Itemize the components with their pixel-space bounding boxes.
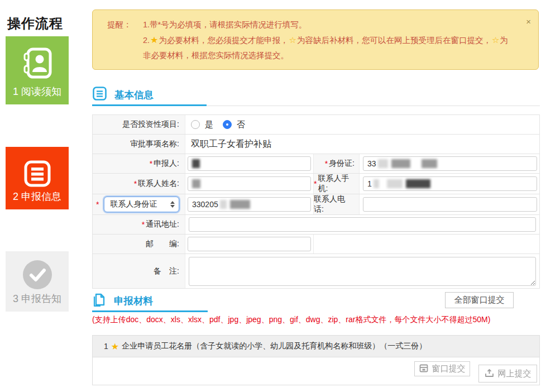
radio-yes-label: 是	[205, 119, 213, 130]
contact-id-input[interactable]: 330205	[188, 197, 311, 212]
section-underline	[92, 104, 207, 106]
field-label: 通讯地址:	[146, 219, 179, 230]
contact-name-input[interactable]	[188, 176, 311, 191]
online-submit-button[interactable]: 网上提交	[478, 365, 537, 383]
step-declare-notify[interactable]: 3 申报告知	[6, 251, 69, 312]
radio-yes[interactable]	[191, 120, 200, 129]
material-index: 1	[104, 342, 108, 351]
basic-info-form: 是否投资性项目: 是 否 审批事项名称: 双职工子女看护补贴 *申报人: *身份…	[92, 114, 540, 289]
window-submit-button[interactable]: 窗口提交	[414, 361, 470, 376]
document-lines-icon	[6, 158, 69, 189]
row-contact-id-phone: * 联系人身份证 330205 联系人电话:	[93, 194, 539, 215]
section-title: 申报材料	[114, 294, 153, 308]
redacted-value	[406, 179, 430, 188]
field-label: 身份证:	[329, 159, 355, 169]
radio-no[interactable]	[223, 120, 232, 129]
star-filled-icon: ★	[150, 35, 159, 45]
radio-no-label: 否	[237, 119, 245, 130]
contact-phone-input[interactable]	[363, 197, 537, 212]
id-card-input[interactable]: 33	[363, 156, 537, 171]
materials-icon	[92, 292, 107, 310]
row-address: *通讯地址:	[93, 215, 539, 235]
redacted-value	[192, 159, 200, 168]
redacted-value	[378, 159, 388, 168]
materials-list: 1 ★ 企业申请员工花名册（含子女就读的小学、幼儿园及托育机构名称和班级）（一式…	[92, 335, 540, 385]
section-underline	[92, 310, 208, 312]
applicant-input[interactable]	[188, 156, 311, 171]
page-title: 操作流程	[7, 15, 63, 32]
row-item-name: 审批事项名称: 双职工子女看护补贴	[93, 135, 539, 154]
reminder-label: 提醒：	[107, 17, 143, 63]
window-icon	[419, 364, 428, 374]
section-materials-header: 申报材料	[92, 291, 153, 310]
basic-info-icon	[92, 86, 107, 104]
submit-all-window-button[interactable]: 全部窗口提交	[445, 292, 514, 308]
step-label: 1 阅读须知	[6, 85, 69, 98]
row-remark: 备 注:	[93, 254, 539, 289]
reminder-line-1: 1.带*号为必填项，请根据实际情况进行填写。	[143, 17, 516, 32]
star-empty-icon: ☆	[491, 35, 500, 45]
field-label: 备 注:	[154, 266, 179, 276]
contact-id-type-select[interactable]: 联系人身份证	[104, 197, 179, 212]
step-label: 2 申报信息	[6, 190, 69, 203]
redacted-value	[220, 200, 227, 209]
field-label: 邮 编:	[146, 239, 179, 249]
address-book-icon	[6, 47, 69, 79]
material-actions: 窗口提交 网上提交	[93, 357, 539, 385]
zip-input[interactable]	[188, 237, 311, 251]
step-label: 3 申报告知	[6, 292, 69, 305]
section-basic-info-header: 基本信息	[92, 85, 154, 105]
redacted-value	[422, 159, 437, 168]
field-label: 联系人姓名:	[138, 179, 179, 189]
upload-icon	[485, 369, 494, 379]
star-empty-icon: ☆	[288, 35, 296, 45]
address-input[interactable]	[189, 217, 536, 232]
field-label: 联系人电话:	[314, 194, 355, 214]
row-contact-name-mobile: *联系人姓名: *联系人手机: 1	[93, 174, 539, 194]
chevron-updown-icon	[170, 201, 175, 208]
field-label: 审批事项名称:	[130, 139, 179, 149]
field-label: 申报人:	[154, 159, 179, 169]
section-title: 基本信息	[114, 88, 154, 102]
redacted-value	[230, 200, 250, 209]
redacted-value	[374, 179, 379, 188]
row-invest-project: 是否投资性项目: 是 否	[93, 115, 539, 135]
field-label: 是否投资性项目:	[122, 119, 179, 130]
close-icon[interactable]: ×	[526, 14, 531, 29]
redacted-value	[391, 159, 410, 168]
material-name: 企业申请员工花名册（含子女就读的小学、幼儿园及托育机构名称和班级）（一式三份）	[122, 341, 427, 351]
star-filled-icon: ★	[111, 341, 119, 352]
item-name-value: 双职工子女看护补贴	[191, 138, 271, 150]
select-value: 联系人身份证	[110, 199, 157, 209]
redacted-value	[387, 179, 403, 188]
redacted-value	[192, 179, 200, 188]
row-applicant-idcard: *申报人: *身份证: 33	[93, 154, 539, 174]
upload-format-hint: (支持上传doc、docx、xls、xlsx、pdf、jpg、jpeg、png、…	[92, 315, 540, 325]
declare-info-page: 操作流程 1 阅读须知 2 申报信息	[0, 0, 541, 392]
reminder-banner: × 提醒： 1.带*号为必填项，请根据实际情况进行填写。 2.★为必要材料，您必…	[92, 9, 539, 70]
material-item-row: 1 ★ 企业申请员工花名册（含子女就读的小学、幼儿园及托育机构名称和班级）（一式…	[93, 336, 539, 357]
check-circle-icon	[6, 260, 69, 290]
field-label: 联系人手机:	[318, 174, 355, 194]
reminder-line-2: 2.★为必要材料，您必须提交才能申报，☆为容缺后补材料，您可以在网上预受理后在窗…	[143, 32, 516, 63]
row-zip: 邮 编:	[93, 235, 539, 254]
contact-mobile-input[interactable]: 1	[363, 176, 537, 191]
step-read-notice[interactable]: 1 阅读须知	[6, 36, 69, 104]
remark-textarea[interactable]	[189, 257, 536, 286]
step-declare-info[interactable]: 2 申报信息	[6, 147, 69, 209]
empty-cell	[314, 235, 539, 254]
